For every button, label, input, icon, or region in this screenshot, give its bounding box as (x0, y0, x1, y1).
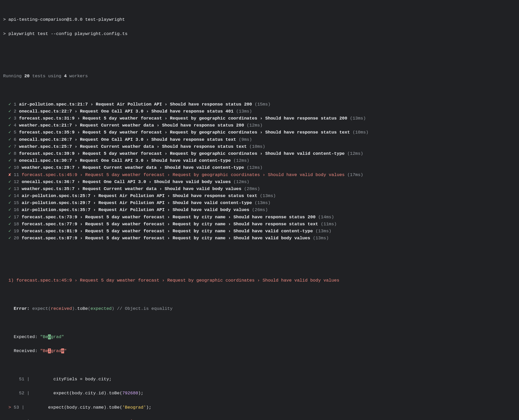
test-title: forecast.spec.ts:81:9 › Request 5 day we… (22, 229, 315, 234)
test-index: 15 (14, 200, 22, 205)
check-icon: ✓ (3, 144, 14, 149)
test-index: 17 (14, 215, 22, 220)
test-title: weather.spec.ts:25:7 › Request Current w… (19, 144, 249, 149)
check-icon: ✓ (3, 200, 14, 205)
test-title: forecast.spec.ts:87:9 › Request 5 day we… (22, 236, 313, 241)
test-result-row: ✓ 20 forecast.spec.ts:87:9 › Request 5 d… (3, 235, 516, 242)
test-result-row: ✓ 9 onecall.spec.ts:30:7 › Request One C… (3, 157, 516, 164)
test-result-row: ✓ 7 weather.spec.ts:25:7 › Request Curre… (3, 143, 516, 150)
test-title: forecast.spec.ts:35:9 › Request 5 day we… (19, 130, 352, 135)
check-icon: ✓ (3, 102, 14, 107)
test-result-row: ✓ 1 air-pollution.spec.ts:21:7 › Request… (3, 101, 516, 108)
test-index: 6 (14, 137, 19, 142)
check-icon: ✓ (3, 158, 14, 163)
test-title: weather.spec.ts:29:7 › Request Current w… (22, 165, 247, 170)
code-line-51: 51 | cityFiels = body.city; (3, 376, 516, 383)
test-duration: (28ms) (244, 186, 260, 191)
test-index: 4 (14, 123, 19, 128)
test-index: 12 (14, 179, 22, 184)
failure-title: 1) forecast.spec.ts:45:9 › Request 5 day… (3, 277, 516, 284)
test-title: forecast.spec.ts:39:9 › Request 5 day we… (19, 151, 347, 156)
test-index: 11 (14, 172, 22, 177)
test-duration: (9ms) (239, 137, 252, 142)
test-duration: (13ms) (313, 236, 329, 241)
test-result-row: ✓ 10 weather.spec.ts:29:7 › Request Curr… (3, 164, 516, 171)
running-line: Running 20 tests using 4 workers (3, 73, 516, 80)
test-title: weather.spec.ts:35:7 › Request Current w… (22, 186, 244, 191)
test-result-row: ✓ 4 weather.spec.ts:21:7 › Request Curre… (3, 122, 516, 129)
test-duration: (11ms) (321, 222, 337, 227)
test-result-row: ✓ 16 air-pollution.spec.ts:35:7 › Reques… (3, 206, 516, 213)
check-icon: ✓ (3, 123, 14, 128)
test-result-row: ✓ 17 forecast.spec.ts:73:9 › Request 5 d… (3, 214, 516, 221)
test-index: 16 (14, 207, 22, 212)
test-index: 8 (14, 151, 19, 156)
check-icon: ✓ (3, 222, 14, 227)
test-index: 13 (14, 186, 22, 191)
test-result-row: ✓ 5 forecast.spec.ts:35:9 › Request 5 da… (3, 129, 516, 136)
test-title: air-pollution.spec.ts:25:7 › Request Air… (22, 193, 260, 198)
test-results-list: ✓ 1 air-pollution.spec.ts:21:7 › Request… (3, 101, 516, 242)
code-caret: | ^ (3, 418, 516, 420)
test-index: 19 (14, 229, 22, 234)
test-title: weather.spec.ts:21:7 › Request Current w… (19, 123, 247, 128)
test-duration: (12ms) (234, 179, 249, 184)
test-duration: (10ms) (249, 144, 265, 149)
test-duration: (12ms) (347, 151, 363, 156)
code-line-53: > 53 | expect(body.city.name).toBe('Beog… (3, 404, 516, 411)
test-index: 3 (14, 116, 19, 121)
check-icon: ✓ (3, 207, 14, 212)
check-icon: ✓ (3, 165, 14, 170)
test-duration: (13ms) (316, 229, 331, 234)
check-icon: ✓ (3, 151, 14, 156)
test-index: 10 (14, 165, 22, 170)
test-result-row: ✓ 8 forecast.spec.ts:39:9 › Request 5 da… (3, 150, 516, 157)
test-result-row: ✓ 12 onecall.spec.ts:36:7 › Request One … (3, 178, 516, 185)
test-duration: (10ms) (353, 130, 368, 135)
test-title: forecast.spec.ts:73:9 › Request 5 day we… (22, 215, 318, 220)
test-index: 2 (14, 109, 19, 114)
cmd-line-1: > api-testing-comparison@1.0.0 test-play… (3, 16, 516, 23)
test-title: onecall.spec.ts:30:7 › Request One Call … (19, 158, 233, 163)
received-line: Received: "Belgrade" (3, 347, 516, 354)
check-icon: ✓ (3, 137, 14, 142)
expected-line: Expected: "Beograd" (3, 333, 516, 340)
check-icon: ✓ (3, 229, 14, 234)
test-duration: (13ms) (260, 193, 276, 198)
test-index: 5 (14, 130, 19, 135)
test-title: air-pollution.spec.ts:21:7 › Request Air… (19, 102, 255, 107)
test-title: onecall.spec.ts:26:7 › Request One Call … (19, 137, 239, 142)
check-icon: ✓ (3, 236, 14, 241)
test-duration: (13ms) (255, 200, 270, 205)
test-duration: (12ms) (247, 123, 263, 128)
cmd-line-2: > playwright test --config playwright.co… (3, 30, 516, 37)
test-index: 18 (14, 222, 22, 227)
check-icon: ✓ (3, 215, 14, 220)
check-icon: ✓ (3, 179, 14, 184)
test-result-row: ✓ 15 air-pollution.spec.ts:29:7 › Reques… (3, 199, 516, 206)
test-title: onecall.spec.ts:22:7 › Request One Call … (19, 109, 236, 114)
test-result-row: ✘ 11 forecast.spec.ts:45:9 › Request 5 d… (3, 171, 516, 178)
check-icon: ✓ (3, 109, 14, 114)
failure-error-line: Error: expect(received).toBe(expected) /… (3, 305, 516, 312)
test-duration: (15ms) (255, 102, 270, 107)
test-duration: (13ms) (236, 109, 252, 114)
test-result-row: ✓ 19 forecast.spec.ts:81:9 › Request 5 d… (3, 228, 516, 235)
test-title: air-pollution.spec.ts:29:7 › Request Air… (22, 200, 255, 205)
test-result-row: ✓ 13 weather.spec.ts:35:7 › Request Curr… (3, 185, 516, 192)
check-icon: ✓ (3, 193, 14, 198)
test-duration: (26ms) (252, 207, 268, 212)
test-index: 1 (14, 102, 19, 107)
test-duration: (12ms) (234, 158, 249, 163)
check-icon: ✓ (3, 130, 14, 135)
test-title: onecall.spec.ts:36:7 › Request One Call … (22, 179, 233, 184)
test-index: 20 (14, 236, 22, 241)
check-icon: ✓ (3, 116, 14, 121)
test-result-row: ✓ 3 forecast.spec.ts:31:9 › Request 5 da… (3, 115, 516, 122)
test-result-row: ✓ 6 onecall.spec.ts:26:7 › Request One C… (3, 136, 516, 143)
test-duration: (14ms) (318, 215, 334, 220)
test-title: forecast.spec.ts:45:9 › Request 5 day we… (22, 172, 347, 177)
test-index: 7 (14, 144, 19, 149)
test-index: 9 (14, 158, 19, 163)
terminal-output: > api-testing-comparison@1.0.0 test-play… (0, 0, 519, 420)
